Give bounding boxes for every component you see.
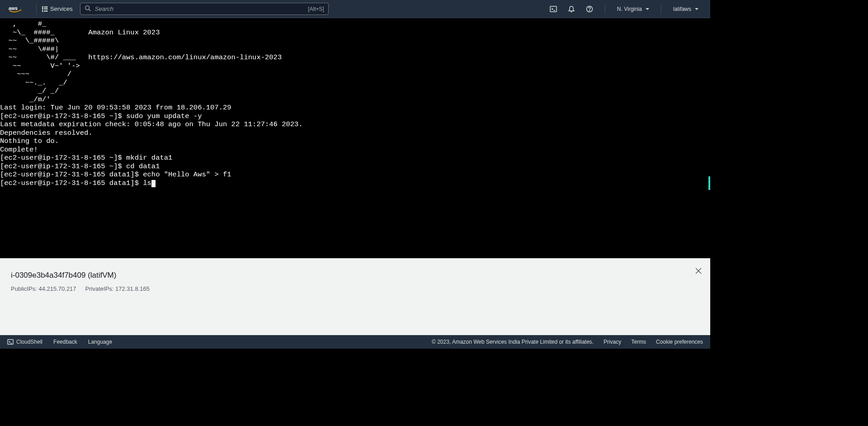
search-input[interactable] [80,3,329,15]
public-ips-label: PublicIPs: [11,285,37,292]
help-button[interactable] [581,3,598,15]
instance-details: PublicIPs: 44.215.70.217 PrivateIPs: 172… [11,285,699,292]
region-selector[interactable]: N. Virginia [613,3,654,15]
notifications-button[interactable] [563,3,580,15]
cookie-preferences-link[interactable]: Cookie preferences [656,339,703,345]
nav-divider [605,4,605,14]
bottom-left: CloudShell Feedback Language [7,339,112,345]
language-link[interactable]: Language [88,339,112,345]
services-label: Services [50,5,73,12]
bottom-bar: CloudShell Feedback Language © 2023, Ama… [0,335,710,349]
terminal-line: [ec2-user@ip-172-31-8-165 data1]$ echo "… [0,170,231,179]
close-button[interactable] [695,266,702,276]
terminal-line: [ec2-user@ip-172-31-8-165 ~]$ sudo yum u… [0,112,202,120]
terminal-line: Complete! [0,146,38,154]
cloudshell-icon [7,339,14,345]
terminal-window[interactable]: , #_ ~\_ ####_ Amazon Linux 2023 ~~ \_##… [0,18,710,258]
account-label: latifaws [673,6,691,12]
svg-line-2 [89,9,90,11]
cloudshell-button[interactable]: CloudShell [7,339,42,345]
instance-title: i-0309e3b4a34f7b409 (latifVM) [11,271,699,280]
instance-info-panel: i-0309e3b4a34f7b409 (latifVM) PublicIPs:… [0,258,710,335]
public-ips-value: 44.215.70.217 [38,285,76,292]
nav-divider [661,4,661,14]
bottom-right: © 2023, Amazon Web Services India Privat… [432,339,703,345]
copyright-text: © 2023, Amazon Web Services India Privat… [432,339,594,345]
top-nav: aws Services [Alt+S] [0,0,710,18]
chevron-down-icon [646,8,649,10]
privacy-link[interactable]: Privacy [604,339,621,345]
search-container: [Alt+S] [80,3,329,15]
private-ips-value: 172.31.8.165 [115,285,150,292]
terminal-line: Last metadata expiration check: 0:05:48 … [0,120,303,128]
chevron-down-icon [695,8,698,10]
terminal-line: [ec2-user@ip-172-31-8-165 ~]$ mkdir data… [0,154,172,162]
svg-text:aws: aws [9,5,18,10]
aws-logo[interactable]: aws [7,5,24,13]
svg-point-1 [85,5,90,9]
feedback-link[interactable]: Feedback [53,339,77,345]
services-button[interactable]: Services [42,5,73,12]
terminal-motd: , #_ ~\_ ####_ Amazon Linux 2023 ~~ \_##… [0,20,282,104]
nav-divider [36,4,37,14]
terminal-line: [ec2-user@ip-172-31-8-165 ~]$ cd data1 [0,162,160,170]
terms-link[interactable]: Terms [631,339,646,345]
search-icon [85,5,91,13]
terminal-cursor [151,180,156,187]
terminal-line: Nothing to do. [0,137,59,145]
terminal-prompt: [ec2-user@ip-172-31-8-165 data1]$ ls [0,179,151,187]
cloudshell-icon-button[interactable] [545,3,561,15]
nav-right: N. Virginia latifaws [545,3,703,15]
region-label: N. Virginia [617,6,642,12]
search-shortcut: [Alt+S] [308,6,324,12]
terminal-line: Dependencies resolved. [0,129,93,137]
services-grid-icon [42,6,47,12]
cloudshell-label: CloudShell [16,339,42,345]
private-ips-label: PrivateIPs: [85,285,114,292]
scrollbar-thumb[interactable] [708,176,710,190]
account-selector[interactable]: latifaws [669,3,703,15]
terminal-line: Last login: Tue Jun 20 09:53:58 2023 fro… [0,104,231,112]
svg-point-6 [589,10,590,10]
